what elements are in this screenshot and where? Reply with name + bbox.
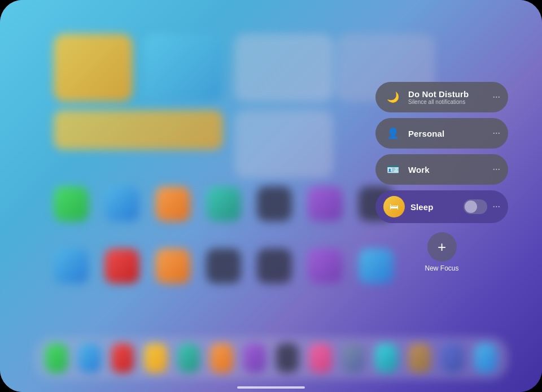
new-focus-label: New Focus (425, 264, 458, 272)
focus-sleep-more[interactable]: ··· (493, 201, 501, 213)
app-icon-purple1 (308, 186, 343, 221)
app-icon-safari (155, 186, 190, 221)
dock-icon-14[interactable] (474, 343, 497, 373)
app-row-1 (54, 186, 394, 221)
dock-icon-7[interactable] (243, 343, 266, 373)
app-icon-orange2 (155, 249, 190, 284)
dock-icon-8[interactable] (276, 343, 299, 373)
dock-icon-11[interactable] (375, 343, 397, 373)
dock-icon-4[interactable] (144, 343, 167, 373)
app-icon-dark4 (257, 249, 292, 284)
focus-dnd-title: Do Not Disturb (408, 89, 487, 99)
focus-item-personal[interactable]: 👤 Personal ··· (375, 118, 508, 149)
app-row-2 (54, 249, 394, 284)
dock-icon-9[interactable] (309, 343, 331, 373)
focus-personal-labels: Personal (408, 129, 487, 138)
sleep-toggle[interactable] (464, 199, 487, 214)
person-icon: 👤 (383, 124, 403, 143)
dock-icon-3[interactable] (111, 343, 134, 373)
focus-dnd-labels: Do Not Disturb Silence all notifications (408, 89, 487, 105)
dock-icon-1[interactable] (45, 343, 68, 373)
focus-personal-title: Personal (408, 129, 487, 138)
dock-icon-2[interactable] (78, 343, 100, 373)
sleep-toggle-knob (465, 201, 477, 213)
dock-icon-5[interactable] (177, 343, 200, 373)
app-icon-notes (206, 186, 241, 221)
widget-grey-1 (234, 34, 333, 102)
focus-item-do-not-disturb[interactable]: 🌙 Do Not Disturb Silence all notificatio… (375, 82, 508, 112)
work-icon: 🪪 (383, 160, 403, 179)
home-indicator (237, 386, 305, 389)
focus-sleep-title: Sleep (410, 202, 458, 212)
focus-item-sleep[interactable]: 🛏 Sleep ··· (375, 190, 508, 223)
widget-yellow-2 (54, 110, 223, 150)
focus-dnd-more[interactable]: ··· (493, 92, 501, 103)
new-focus-wrap: + New Focus (375, 232, 508, 272)
app-icon-dark3 (206, 249, 241, 284)
focus-work-more[interactable]: ··· (493, 164, 501, 176)
focus-work-title: Work (408, 165, 487, 175)
app-icon-files (104, 186, 139, 221)
widget-yellow-1 (54, 34, 133, 102)
sleep-icon: 🛏 (383, 196, 405, 217)
app-icon-blue2 (54, 249, 89, 284)
dock-icon-13[interactable] (441, 343, 464, 373)
app-icon-dark1 (257, 186, 292, 221)
focus-personal-more[interactable]: ··· (493, 128, 501, 140)
app-icon-messages (54, 186, 89, 221)
new-focus-button[interactable]: + (427, 232, 457, 262)
widget-list (234, 110, 333, 178)
dock-icon-12[interactable] (408, 343, 431, 373)
focus-work-labels: Work (408, 165, 487, 175)
focus-panel: 🌙 Do Not Disturb Silence all notificatio… (375, 82, 508, 272)
app-icon-red1 (104, 249, 139, 284)
dock (34, 337, 508, 380)
focus-item-work[interactable]: 🪪 Work ··· (375, 154, 508, 185)
app-icon-purple2 (308, 249, 343, 284)
moon-icon: 🌙 (383, 88, 403, 107)
focus-dnd-subtitle: Silence all notifications (408, 99, 487, 105)
ipad-frame: 🌙 Do Not Disturb Silence all notificatio… (0, 0, 542, 392)
widget-blue-1 (144, 34, 223, 102)
dock-icon-6[interactable] (210, 343, 233, 373)
focus-sleep-labels: Sleep (410, 202, 458, 212)
dock-icon-10[interactable] (342, 343, 365, 373)
plus-icon: + (438, 238, 446, 256)
